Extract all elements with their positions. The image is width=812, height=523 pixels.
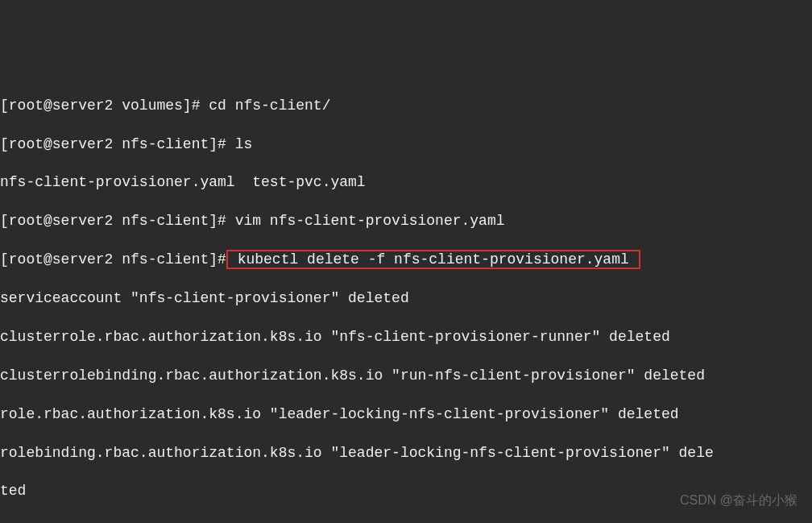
command-text: vim nfs-client-provisioner.yaml (235, 213, 505, 229)
shell-prompt: [root@server2 nfs-client]# (0, 251, 226, 268)
output-text: rolebinding.rbac.authorization.k8s.io "l… (0, 444, 812, 463)
watermark-text: CSDN @奋斗的小猴 (680, 492, 798, 508)
shell-prompt: [root@server2 volumes]# (0, 98, 209, 114)
terminal-line: [root@server2 volumes]# cd nfs-client/ (0, 97, 812, 116)
output-text: nfs-client-provisioner.yaml test-pvc.yam… (0, 173, 812, 193)
terminal-line: [root@server2 nfs-client]# kubectl delet… (0, 251, 812, 270)
command-text: ls (235, 136, 253, 152)
highlighted-command: kubectl delete -f nfs-client-provisioner… (226, 250, 640, 269)
terminal-output[interactable]: [root@server2 volumes]# cd nfs-client/ [… (0, 77, 812, 523)
command-text: cd nfs-client/ (209, 98, 330, 114)
output-text: serviceaccount "nfs-client-provisioner" … (0, 289, 812, 309)
output-text: clusterrole.rbac.authorization.k8s.io "n… (0, 328, 812, 347)
shell-prompt: [root@server2 nfs-client]# (0, 136, 235, 152)
shell-prompt: [root@server2 nfs-client]# (0, 213, 235, 229)
terminal-line: [root@server2 nfs-client]# vim nfs-clien… (0, 212, 812, 231)
terminal-line: [root@server2 nfs-client]# ls (0, 135, 812, 155)
output-text: clusterrolebinding.rbac.authorization.k8… (0, 367, 812, 386)
output-text: role.rbac.authorization.k8s.io "leader-l… (0, 405, 812, 425)
